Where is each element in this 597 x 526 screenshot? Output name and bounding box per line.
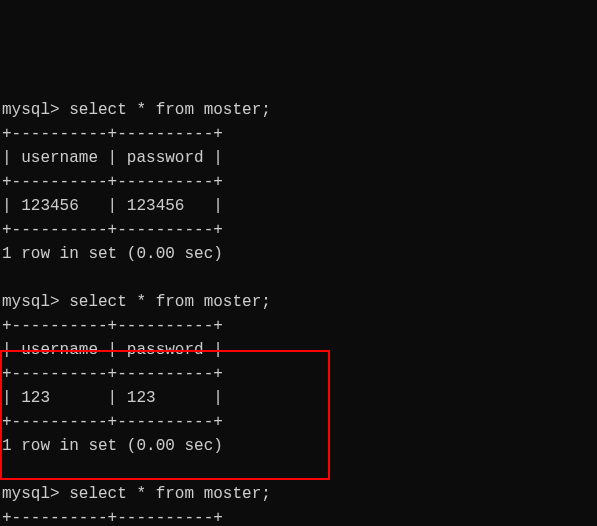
terminal-output: mysql> select * from moster; +----------… [2,98,595,526]
